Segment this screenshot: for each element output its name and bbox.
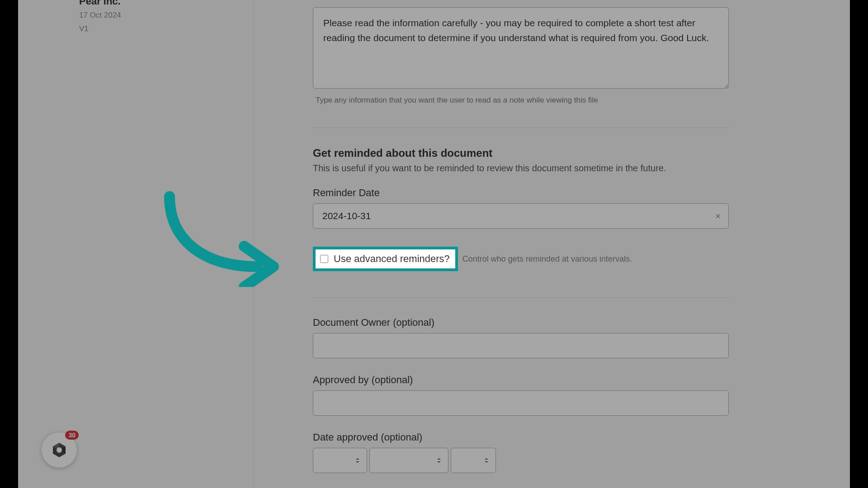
date-approved-year-select[interactable]	[451, 448, 496, 473]
note-field-group: Note Please read the information careful…	[313, 0, 791, 105]
reminder-date-wrapper: ×	[313, 203, 729, 229]
chat-logo-icon	[50, 441, 68, 459]
advanced-reminders-checkbox[interactable]	[320, 255, 328, 263]
document-date: 17 Oct 2024	[79, 11, 236, 20]
reminder-date-input[interactable]	[313, 203, 729, 229]
sidebar: Pear Inc. 17 Oct 2024 V1	[18, 0, 254, 488]
reminder-section: Get reminded about this document This is…	[313, 147, 791, 271]
note-helper-text: Type any information that you want the u…	[313, 96, 791, 105]
advanced-reminders-highlight: Use advanced reminders?	[313, 247, 458, 271]
date-approved-group: Date approved (optional)	[313, 432, 791, 473]
date-approved-day-select[interactable]	[313, 448, 367, 473]
approved-by-label: Approved by (optional)	[313, 374, 791, 386]
approved-by-input[interactable]	[313, 390, 729, 416]
note-textarea[interactable]: Please read the information carefully - …	[313, 7, 729, 89]
section-divider	[313, 127, 729, 128]
company-name: Pear Inc.	[79, 0, 236, 7]
main-content: Note Please read the information careful…	[254, 0, 850, 488]
reminder-date-group: Reminder Date ×	[313, 187, 791, 229]
approved-by-group: Approved by (optional)	[313, 374, 791, 416]
date-approved-month-select[interactable]	[369, 448, 448, 473]
svg-point-0	[57, 447, 62, 453]
reminder-heading: Get reminded about this document	[313, 147, 791, 160]
advanced-reminders-row: Use advanced reminders? Control who gets…	[313, 247, 791, 271]
document-owner-group: Document Owner (optional)	[313, 317, 791, 358]
page-wrapper: Pear Inc. 17 Oct 2024 V1 Note Please rea…	[18, 0, 850, 488]
document-owner-label: Document Owner (optional)	[313, 317, 791, 328]
advanced-reminders-label[interactable]: Use advanced reminders?	[334, 253, 450, 265]
clear-date-button[interactable]: ×	[715, 211, 721, 221]
section-divider-2	[313, 297, 729, 298]
document-owner-input[interactable]	[313, 333, 729, 358]
chat-badge: 30	[65, 431, 79, 440]
reminder-date-label: Reminder Date	[313, 187, 791, 199]
close-icon: ×	[715, 211, 721, 221]
chat-widget-button[interactable]: 30	[42, 432, 77, 468]
reminder-description: This is useful if you want to be reminde…	[313, 163, 791, 174]
note-label: Note	[313, 0, 791, 3]
date-approved-label: Date approved (optional)	[313, 432, 791, 443]
date-approved-selects	[313, 448, 791, 473]
document-version: V1	[79, 24, 236, 33]
advanced-reminders-helper: Control who gets reminded at various int…	[462, 254, 632, 264]
